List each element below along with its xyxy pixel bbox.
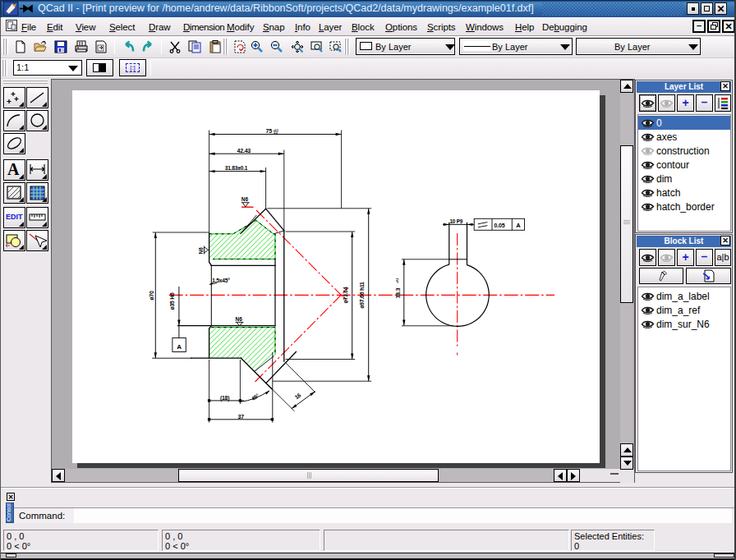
- svg-text:ø70: ø70: [149, 291, 154, 301]
- svg-text:-0.2: -0.2: [274, 131, 278, 135]
- svg-text:0.05: 0.05: [494, 223, 505, 228]
- svg-text:(18): (18): [220, 395, 229, 402]
- svg-text:ø97.66 h11: ø97.66 h11: [359, 282, 365, 309]
- svg-text:75: 75: [266, 128, 273, 134]
- svg-text:N6: N6: [198, 247, 204, 255]
- svg-text:N6: N6: [236, 316, 243, 322]
- svg-text:A: A: [177, 343, 182, 351]
- svg-text:N6: N6: [242, 196, 249, 202]
- svg-text:31.83±0.1: 31.83±0.1: [225, 165, 248, 171]
- svg-text:A: A: [516, 222, 521, 229]
- svg-text:37: 37: [238, 414, 245, 420]
- svg-text:ø73.64: ø73.64: [343, 287, 348, 303]
- svg-text:45°: 45°: [251, 392, 260, 402]
- svg-text:42.43: 42.43: [237, 148, 251, 154]
- svg-text:1.5x45°: 1.5x45°: [212, 278, 230, 283]
- svg-text:ø35 H6: ø35 H6: [169, 292, 175, 310]
- svg-text:10 P9: 10 P9: [450, 218, 463, 224]
- svg-text:+0.2: +0.2: [396, 278, 399, 283]
- svg-text:38.3: 38.3: [395, 287, 401, 298]
- svg-text:16: 16: [293, 392, 301, 400]
